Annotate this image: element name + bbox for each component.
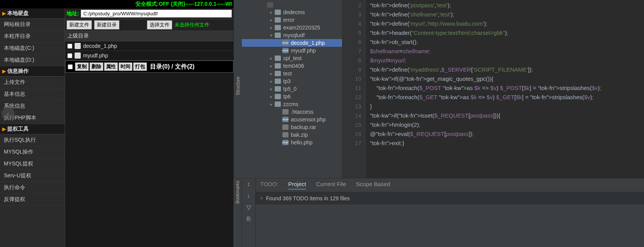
tree-item[interactable]: .htaccess — [242, 108, 342, 116]
pack-button[interactable]: 打包 — [133, 62, 147, 71]
tree-item[interactable]: PHPmyudf.php — [242, 47, 342, 54]
status-bar: 安全模式:OFF (关闭)-----127.0.0.1-----WI — [0, 0, 233, 8]
tree-label: tp6 — [283, 93, 290, 100]
project-tree[interactable]: ▸dedecms▸error▸exam20220325▾mysqludfPHPd… — [242, 0, 342, 178]
address-input[interactable] — [81, 10, 232, 18]
tree-label: backup.rar — [291, 124, 316, 130]
tree-item[interactable]: PHPacusensor.php — [242, 116, 342, 123]
tree-label: bak.zip — [291, 132, 308, 138]
new-file-button[interactable]: 新建文件 — [67, 20, 92, 29]
tree-label: zzcms — [283, 101, 298, 107]
sidebar-item[interactable]: 基本信息 — [0, 88, 65, 100]
tree-label: hello.php — [291, 139, 313, 146]
editor-code[interactable]: "tok-fn">define('postpass','test');"tok-… — [365, 0, 644, 178]
chevron-icon[interactable]: ▸ — [269, 25, 274, 30]
chevron-icon[interactable]: ▸ — [269, 102, 274, 107]
tree-item[interactable]: ▸exam20220325 — [242, 24, 342, 31]
todo-message[interactable]: Found 369 TODO items in 129 files — [256, 192, 644, 204]
sidebar-item[interactable]: 执行SQL执行 — [0, 134, 65, 146]
down-icon[interactable]: ↓ — [247, 192, 250, 199]
chevron-icon[interactable]: ▸ — [269, 64, 274, 69]
code-editor[interactable]: 234567891011121314151617 "tok-fn">define… — [342, 0, 644, 178]
webshell-main: 地址: 新建文件 新建目录 选择文件 未选择任何文件 上级目录 decode_1… — [65, 8, 233, 247]
tree-item[interactable]: ▸test — [242, 70, 342, 77]
todo-label: TODO: — [260, 181, 278, 190]
sidebar-item[interactable]: MYSQL提权 — [0, 158, 65, 170]
file-checkbox[interactable] — [67, 53, 72, 58]
sidebar-item[interactable]: Serv-U提权 — [0, 170, 65, 182]
todo-tab[interactable]: Current File — [316, 181, 346, 190]
folder-icon — [275, 86, 281, 92]
sidebar-item[interactable]: MYSQL操作 — [0, 146, 65, 158]
tree-item[interactable]: ▾mysqludf — [242, 31, 342, 39]
sidebar-category[interactable]: 提权工具 — [0, 124, 65, 134]
sidebar-item[interactable]: 上传文件 — [0, 77, 65, 88]
sidebar-category[interactable]: 信息操作 — [0, 66, 65, 77]
sidebar-category[interactable]: 本地硬盘 — [0, 8, 65, 19]
folder-icon — [275, 79, 281, 84]
folder-icon — [275, 25, 281, 30]
export-icon[interactable]: ⎘ — [247, 216, 251, 222]
attr-button[interactable]: 属性 — [104, 62, 118, 71]
tree-item[interactable]: PHPhello.php — [242, 139, 342, 146]
structure-tool[interactable]: Structure — [235, 77, 241, 95]
sidebar-item[interactable]: 本地磁盘(D:) — [0, 54, 65, 66]
filter-icon[interactable]: ▽ — [246, 204, 251, 211]
php-file-icon: PHP — [282, 48, 289, 53]
file-icon — [282, 132, 289, 137]
sidebar-item[interactable]: 本程序目录 — [0, 31, 65, 43]
folder-icon — [275, 71, 281, 76]
tree-item[interactable]: PHPdecode_1.php — [242, 39, 342, 47]
tree-label: tem0406 — [283, 63, 304, 69]
chevron-icon[interactable]: ▸ — [269, 71, 274, 76]
chevron-icon[interactable]: ▸ — [269, 56, 274, 61]
ide-panel: PS Structure ▸dedecms▸error▸exam20220325… — [233, 0, 644, 247]
copy-button[interactable]: 复制 — [75, 62, 89, 71]
folder-icon — [275, 10, 281, 15]
todo-tab[interactable]: Scope Based — [356, 181, 390, 190]
chevron-icon[interactable]: ▸ — [269, 10, 274, 15]
tree-item[interactable]: ▸tp5_0 — [242, 85, 342, 93]
php-file-icon: PHP — [282, 140, 289, 145]
tree-item[interactable]: ▸error — [242, 16, 342, 24]
tree-item[interactable]: ▸tem0406 — [242, 62, 342, 70]
tree-label: tp5_0 — [283, 86, 297, 92]
address-label: 地址: — [67, 10, 79, 17]
sidebar-item[interactable]: 执行命令 — [0, 182, 65, 194]
tree-item[interactable]: ▸zzcms — [242, 100, 342, 108]
parent-dir-link[interactable]: 上级目录 — [65, 31, 233, 41]
file-row[interactable]: myudf.php — [65, 51, 233, 61]
todo-tab[interactable]: Project — [288, 181, 306, 190]
tree-item[interactable]: bak.zip — [242, 131, 342, 139]
chevron-icon[interactable]: ▸ — [269, 94, 274, 99]
tree-item[interactable] — [242, 2, 342, 8]
chevron-icon[interactable]: ▾ — [269, 33, 274, 38]
sidebar-item[interactable]: 网站根目录 — [0, 19, 65, 31]
php-file-icon: PHP — [282, 117, 289, 122]
choose-file-button[interactable]: 选择文件 — [147, 20, 172, 29]
time-button[interactable]: 时间 — [119, 62, 132, 71]
tree-item[interactable]: backup.rar — [242, 123, 342, 131]
file-checkbox[interactable] — [67, 44, 72, 49]
tree-item[interactable]: ▸dedecms — [242, 8, 342, 16]
new-dir-button[interactable]: 新建目录 — [94, 20, 119, 29]
back-button[interactable]: ‹ — [2, 107, 15, 120]
collapse-icon[interactable]: ↕ — [247, 181, 250, 188]
sidebar-item[interactable]: 本地磁盘(C:) — [0, 43, 65, 54]
tree-label: mysqludf — [283, 32, 305, 38]
tree-item[interactable]: ▸spl_test — [242, 54, 342, 62]
chevron-icon[interactable]: ▸ — [269, 18, 274, 23]
file-name: decode_1.php — [83, 43, 117, 49]
delete-button[interactable]: 删除 — [90, 62, 103, 71]
editor-gutter: 234567891011121314151617 — [342, 0, 365, 178]
folder-icon — [275, 63, 281, 69]
tree-item[interactable]: ▸tp3 — [242, 77, 342, 85]
todo-tabs: TODO: ProjectCurrent FileScope Based — [256, 178, 644, 192]
sidebar-item[interactable]: 反弹提权 — [0, 194, 65, 206]
tree-item[interactable]: ▸tp6 — [242, 93, 342, 100]
select-all-checkbox[interactable] — [68, 64, 73, 69]
chevron-icon[interactable]: ▸ — [269, 87, 274, 92]
chevron-icon[interactable]: ▸ — [269, 79, 274, 84]
bookmarks-tool[interactable]: Bookmarks — [235, 181, 240, 204]
file-row[interactable]: decode_1.php — [65, 41, 233, 51]
